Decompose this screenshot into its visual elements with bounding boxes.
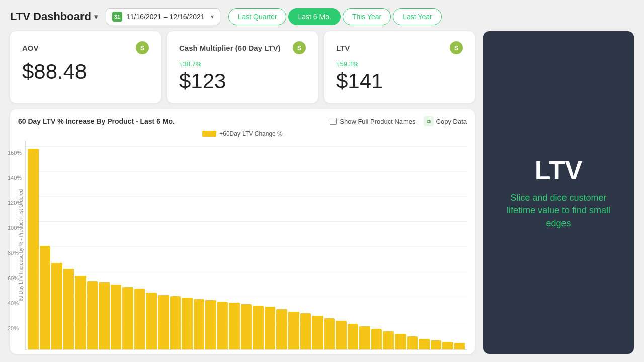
bar-item [300, 313, 311, 349]
cash-multiplier-label: Cash Multiplier (60 Day LTV) [179, 44, 280, 52]
app-container: LTV Dashboard ▾ 31 11/16/2021 – 12/16/20… [0, 0, 644, 362]
bar-item [395, 334, 406, 349]
bar-item [312, 316, 323, 349]
show-full-names-checkbox[interactable] [330, 118, 337, 125]
bar-item [122, 287, 133, 349]
bar-item [336, 321, 347, 349]
bar-item [265, 307, 276, 349]
bar-item [431, 340, 442, 349]
show-full-names-label: Show Full Product Names [340, 118, 415, 125]
legend-color-swatch [202, 131, 216, 137]
date-chevron-icon: ▾ [211, 13, 214, 20]
bar-item [253, 306, 264, 350]
shopify-icon-aov: S [136, 41, 149, 54]
chart-section: 60 Day LTV % Increase By Product - Last … [10, 109, 475, 354]
copy-icon: ⧉ [424, 116, 434, 126]
aov-value: $88.48 [22, 60, 149, 83]
period-btn-last-6mo[interactable]: Last 6 Mo. [288, 8, 340, 25]
bar-item [419, 339, 430, 349]
y-label-40: 40% [8, 300, 19, 306]
ltv-card-header: LTV S [336, 41, 463, 54]
bar-item [194, 299, 205, 349]
y-label-120: 120% [8, 200, 22, 206]
chart-area: +60Day LTV Change % 60 Day LTV Increase … [18, 130, 467, 350]
main-content: AOV S $88.48 Cash Multiplier (60 Day LTV… [10, 31, 634, 354]
bar-item [241, 304, 252, 349]
bar-item [348, 324, 359, 349]
promo-title: LTV [535, 155, 582, 186]
chart-header: 60 Day LTV % Increase By Product - Last … [18, 116, 467, 126]
bars-container [26, 140, 467, 349]
bar-item [40, 246, 51, 349]
bar-item [383, 331, 394, 349]
cash-multiplier-card: Cash Multiplier (60 Day LTV) S +38.7% $1… [167, 31, 318, 103]
dashboard-title[interactable]: LTV Dashboard ▾ [10, 10, 98, 23]
ltv-change: +59.3% [336, 60, 463, 68]
bar-item [454, 343, 465, 349]
legend-label: +60Day LTV Change % [219, 130, 283, 137]
period-btn-last-quarter[interactable]: Last Quarter [228, 8, 287, 25]
aov-card: AOV S $88.48 [10, 31, 161, 103]
bar-item [276, 309, 287, 349]
aov-label: AOV [22, 44, 39, 52]
chart-inner: 160% 140% 120% 100% 80% 60% 40% 20% [25, 140, 467, 350]
shopify-icon-ltv: S [450, 41, 463, 54]
bar-item [170, 296, 181, 349]
chart-controls: Show Full Product Names ⧉ Copy Data [330, 116, 467, 126]
shopify-icon-cm: S [293, 41, 306, 54]
bar-item [359, 326, 370, 349]
y-label-80: 80% [8, 250, 19, 256]
y-label-60: 60% [8, 275, 19, 281]
metric-cards: AOV S $88.48 Cash Multiplier (60 Day LTV… [10, 31, 475, 103]
aov-card-header: AOV S [22, 41, 149, 54]
calendar-icon: 31 [112, 12, 122, 22]
bar-item [371, 329, 382, 349]
bar-item [87, 281, 98, 349]
cash-multiplier-value: $123 [179, 70, 306, 93]
header: LTV Dashboard ▾ 31 11/16/2021 – 12/16/20… [10, 8, 634, 25]
period-btn-last-year[interactable]: Last Year [393, 8, 441, 25]
y-label-160: 160% [8, 150, 22, 156]
show-full-names-toggle[interactable]: Show Full Product Names [330, 118, 415, 125]
bar-item [28, 149, 39, 349]
bar-item [229, 303, 240, 349]
chart-body: 60 Day LTV Increase by % - Product First… [18, 140, 467, 350]
chart-legend: +60Day LTV Change % [18, 130, 467, 137]
date-picker[interactable]: 31 11/16/2021 – 12/16/2021 ▾ [106, 8, 220, 25]
bar-item [111, 285, 122, 349]
bar-item [134, 289, 145, 349]
cash-multiplier-change: +38.7% [179, 60, 306, 68]
bar-item [75, 276, 86, 349]
bar-item [217, 302, 228, 349]
promo-card: LTV Slice and dice customer lifetime val… [483, 31, 634, 354]
bar-item [158, 295, 169, 349]
y-label-20: 20% [8, 325, 19, 331]
ltv-card: LTV S +59.3% $141 [324, 31, 475, 103]
bar-item [205, 300, 216, 349]
cash-multiplier-header: Cash Multiplier (60 Day LTV) S [179, 41, 306, 54]
title-text: LTV Dashboard [10, 10, 91, 23]
bar-item [99, 282, 110, 349]
bar-item [288, 312, 299, 349]
bar-item [182, 298, 193, 349]
copy-data-label: Copy Data [436, 118, 467, 125]
copy-data-button[interactable]: ⧉ Copy Data [424, 116, 467, 126]
bar-item [324, 318, 335, 349]
bar-item [51, 263, 62, 349]
bar-item [407, 336, 418, 349]
period-btn-this-year[interactable]: This Year [343, 8, 391, 25]
left-section: AOV S $88.48 Cash Multiplier (60 Day LTV… [10, 31, 475, 354]
y-label-140: 140% [8, 175, 22, 181]
ltv-label: LTV [336, 44, 350, 52]
period-buttons: Last Quarter Last 6 Mo. This Year Last Y… [228, 8, 442, 25]
title-chevron-icon: ▾ [94, 13, 98, 21]
y-label-100: 100% [8, 225, 22, 231]
bar-item [442, 342, 453, 349]
chart-title: 60 Day LTV % Increase By Product - Last … [18, 117, 175, 125]
ltv-value: $141 [336, 70, 463, 93]
date-range-text: 11/16/2021 – 12/16/2021 [126, 13, 205, 21]
bar-item [63, 269, 74, 349]
bar-item [146, 293, 157, 349]
promo-subtitle: Slice and dice customer lifetime value t… [495, 192, 622, 230]
